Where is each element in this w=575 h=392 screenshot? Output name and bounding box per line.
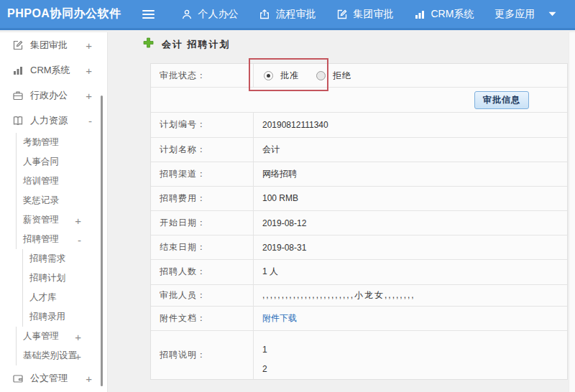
sidebar-item-label: 公文管理 [30, 372, 68, 385]
form-row-plan-number: 计划编号： 20190812111340 [151, 113, 567, 137]
expand-toggle[interactable]: + [75, 214, 81, 226]
form-row-value: ,,,,,,,,,,,,,,,,,,,,,,,,小龙女,,,,,,,, [254, 285, 567, 306]
radio-reject-label: 拒绝 [333, 70, 351, 82]
form-row-label: 招聘人数： [151, 260, 254, 284]
sidebar-item-label: 招聘需求 [29, 253, 65, 265]
sidebar-item-recruit-hire[interactable]: 招聘录用 [22, 307, 107, 327]
upload-icon [259, 9, 270, 20]
add-icon[interactable] [143, 37, 154, 51]
book-icon [12, 115, 24, 126]
nav-item-process-approval[interactable]: 流程审批 [259, 8, 316, 21]
form-row-recruit-cost: 招聘费用： 100 RMB [151, 187, 567, 211]
nav-item-personal-office[interactable]: 个人办公 [181, 8, 238, 21]
sidebar-item-hr[interactable]: 人力资源 - [0, 108, 107, 133]
sidebar-item-label: 薪资管理 [23, 214, 59, 226]
nav-item-label: 个人办公 [198, 8, 238, 21]
form-row-plan-name: 计划名称： 会计 [151, 138, 567, 162]
app-logo: PHPOA协同办公软件 [7, 6, 121, 22]
sidebar-item-rewards[interactable]: 奖惩记录 [16, 191, 107, 210]
form-row-value: 会计 [254, 138, 567, 162]
briefcase-icon [12, 90, 24, 101]
sidebar-item-recruit-plan[interactable]: 招聘计划 [22, 269, 107, 288]
form-row-label: 开始日期： [151, 211, 254, 235]
nav-item-label: 更多应用 [494, 8, 535, 21]
sidebar-item-label: 招聘录用 [29, 311, 65, 323]
sidebar-item-base-category[interactable]: 基础类别设置 + [16, 346, 107, 365]
expand-toggle[interactable]: + [86, 64, 92, 76]
sidebar-item-label: 人力资源 [30, 114, 68, 127]
sidebar-item-crm[interactable]: CRM系统 + [0, 57, 107, 83]
form-row-label: 审批状态： [151, 64, 254, 87]
approval-info-button[interactable]: 审批信息 [474, 91, 529, 109]
sidebar-item-label: 行政办公 [30, 89, 68, 102]
sidebar-item-document-mgmt[interactable]: 公文管理 + [0, 365, 107, 391]
form-row-label: 招聘说明： [151, 331, 254, 379]
expand-toggle[interactable]: + [75, 330, 81, 342]
sidebar-item-talent-pool[interactable]: 人才库 [22, 288, 107, 307]
folder-icon [12, 373, 24, 384]
sidebar-item-label: 奖惩记录 [23, 195, 59, 207]
page-title-bar: 会计 招聘计划 [143, 37, 231, 51]
sidebar-item-label: 人才库 [29, 291, 57, 304]
bar-chart-icon [414, 9, 426, 20]
sidebar-item-group-approval[interactable]: 集团审批 + [0, 32, 107, 57]
sidebar-item-attendance[interactable]: 考勤管理 [16, 133, 107, 152]
sidebar-nav: 集团审批 + CRM系统 + 行政办公 + 人力资源 - 考勤管理 人事合同 培… [0, 32, 108, 392]
sidebar-item-label: 基础类别设置 [23, 350, 77, 362]
form-row-label: 招聘渠道： [151, 162, 254, 186]
page-title: 会计 招聘计划 [162, 38, 231, 51]
form-row-label: 审批人员： [151, 285, 254, 306]
form-row-value: 2019-08-31 [254, 235, 567, 259]
top-menu: 个人办公 流程审批 集团审批 CRM系统 更多应用 [142, 8, 556, 21]
hamburger-menu-icon[interactable] [142, 10, 155, 19]
nav-item-more-apps[interactable]: 更多应用 [494, 8, 556, 21]
recruit-plan-detail-table: 审批状态： 批准 拒绝 审批信息 计划编号： 20190812111340 计划… [150, 63, 568, 380]
radio-reject[interactable] [316, 71, 326, 80]
nav-item-crm[interactable]: CRM系统 [414, 8, 474, 21]
form-row-value: 网络招聘 [254, 162, 567, 186]
form-row-value: 100 RMB [254, 187, 567, 210]
sidebar-item-hr-contract[interactable]: 人事合同 [16, 152, 107, 172]
attachment-download-link[interactable]: 附件下载 [262, 312, 297, 325]
form-row-description: 招聘说明： 1 2 [151, 331, 567, 379]
form-row-recruit-channel: 招聘渠道： 网络招聘 [151, 162, 567, 187]
sidebar-scrollbar[interactable] [101, 95, 103, 386]
nav-item-group-approval[interactable]: 集团审批 [336, 8, 393, 21]
edit-square-icon [12, 39, 24, 51]
form-row-approvers: 审批人员： ,,,,,,,,,,,,,,,,,,,,,,,,小龙女,,,,,,,… [151, 285, 567, 307]
form-row-value: 批准 拒绝 [254, 64, 567, 87]
form-row-value: 20190812111340 [254, 113, 567, 136]
nav-item-label: 流程审批 [275, 8, 316, 21]
sidebar-item-training[interactable]: 培训管理 [16, 172, 107, 191]
collapse-toggle[interactable]: - [78, 233, 81, 246]
form-row-value: 1 人 [254, 260, 567, 284]
collapse-toggle[interactable]: - [88, 114, 92, 126]
form-row-label: 附件文档： [151, 307, 254, 330]
sidebar-item-label: 人事管理 [23, 330, 59, 342]
sidebar-item-recruit-mgmt[interactable]: 招聘管理 - [16, 230, 107, 249]
form-row-label: 结束日期： [151, 235, 254, 259]
sidebar-item-admin-office[interactable]: 行政办公 + [0, 83, 107, 108]
expand-toggle[interactable]: + [86, 372, 92, 384]
form-row-label: 计划编号： [151, 113, 254, 136]
sidebar-item-recruit-demand[interactable]: 招聘需求 [22, 249, 107, 269]
expand-toggle[interactable]: + [75, 350, 81, 362]
form-row-label: 招聘费用： [151, 187, 254, 210]
sidebar-item-salary[interactable]: 薪资管理 + [16, 210, 107, 230]
form-row-attachment: 附件文档： 附件下载 [151, 307, 567, 331]
user-icon [181, 9, 193, 20]
nav-item-label: CRM系统 [431, 8, 474, 21]
caret-down-icon [548, 11, 556, 17]
sidebar-item-personnel-mgmt[interactable]: 人事管理 + [16, 327, 107, 346]
form-row-approval-status: 审批状态： 批准 拒绝 [151, 64, 567, 88]
radio-approve-label: 批准 [280, 70, 299, 82]
nav-item-label: 集团审批 [353, 8, 393, 21]
form-row-value: 2019-08-12 [254, 211, 567, 235]
radio-approve[interactable] [264, 71, 273, 80]
sidebar-item-label: 人事合同 [23, 156, 59, 168]
expand-toggle[interactable]: + [86, 39, 92, 51]
expand-toggle[interactable]: + [86, 89, 92, 101]
page-scrollbar-track[interactable] [569, 32, 575, 392]
form-row-value: 1 2 [254, 331, 567, 379]
form-row-approve-button: 审批信息 [151, 88, 567, 113]
